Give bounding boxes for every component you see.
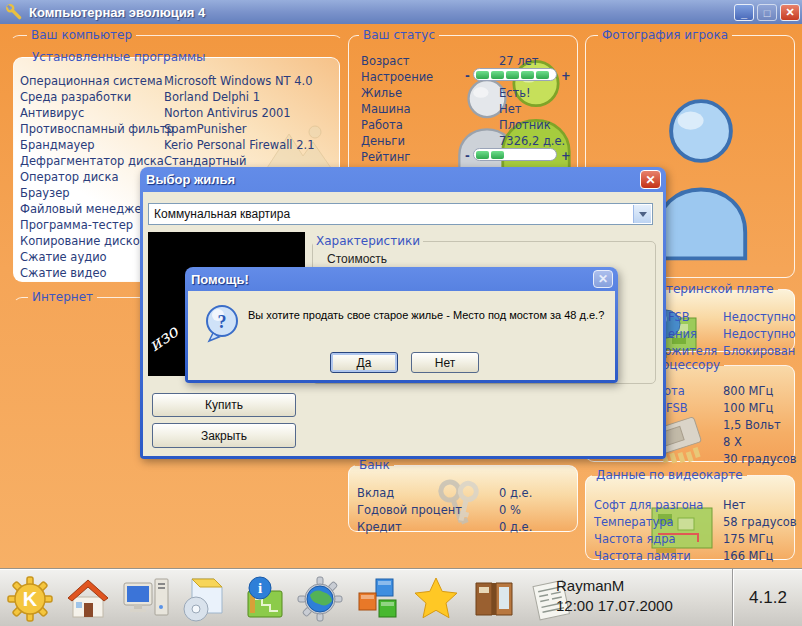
help-dialog: Помощь! ✕ ? Вы хотите продать свое старо… (185, 267, 618, 383)
help-message: Вы хотите продать свое старое жилье - Ме… (248, 309, 608, 321)
window-titlebar: Компьютерная эволюция 4 _ □ ✕ (0, 0, 802, 24)
organizer-icon[interactable] (470, 575, 518, 623)
app-window: Компьютерная эволюция 4 _ □ ✕ Ваш компью… (0, 0, 802, 626)
internet-globe-icon[interactable] (296, 575, 344, 623)
home-icon[interactable] (64, 575, 112, 623)
videocard-panel: Данные по видеокарте Софт для разгонаНет… (585, 468, 795, 560)
housing-combobox-value: Коммунальная квартира (154, 207, 290, 221)
housing-dialog-titlebar[interactable]: Выбор жилья (140, 167, 666, 192)
player-name: RaymanM (556, 576, 673, 596)
software-cd-icon[interactable] (180, 575, 228, 623)
close-housing-button[interactable]: Закрыть (152, 423, 296, 448)
svg-text:K: K (23, 588, 38, 610)
programs-group-label: Установленные программы (28, 50, 210, 64)
buy-button[interactable]: Купить (152, 393, 296, 417)
system-info-icon[interactable]: i (238, 575, 286, 623)
housing-dialog-close-icon[interactable]: ✕ (640, 170, 661, 189)
svg-text:?: ? (218, 312, 227, 332)
photo-group-label: Фотография игрока (598, 28, 732, 42)
chevron-down-icon (639, 212, 647, 217)
status-group-label: Ваш статус (359, 28, 439, 42)
spec-cost-label: Стоимость (327, 252, 387, 266)
maximize-button[interactable]: □ (757, 4, 777, 21)
no-button[interactable]: Нет (411, 352, 479, 373)
computer-group-label: Ваш компьютер (27, 28, 136, 42)
svg-text:i: i (258, 580, 262, 596)
processor-title: оцессору (658, 358, 724, 372)
favorites-star-icon[interactable] (412, 575, 460, 623)
housing-combobox[interactable]: Коммунальная квартира (148, 203, 653, 225)
version-box: 4.1.2 (732, 569, 802, 626)
game-datetime: 12:00 17.07.2000 (556, 596, 673, 616)
motherboard-title: теринской плате (662, 282, 778, 296)
help-dialog-titlebar[interactable]: Помощь! (185, 267, 618, 291)
taskbar: K (0, 568, 802, 626)
kde-gear-icon[interactable]: K (6, 575, 54, 623)
minimize-button[interactable]: _ (734, 4, 754, 21)
help-dialog-close-icon: ✕ (593, 270, 613, 288)
question-icon: ? (202, 303, 242, 343)
yes-button[interactable]: Да (330, 352, 398, 373)
taskbar-user-block: RaymanM 12:00 17.07.2000 (556, 576, 673, 616)
housing-dialog-title: Выбор жилья (146, 172, 235, 187)
version-label: 4.1.2 (749, 588, 787, 608)
image-placeholder-text: изо (148, 321, 182, 355)
internet-group-label: Интернет (28, 290, 97, 304)
rating-bar (473, 148, 557, 161)
help-dialog-title: Помощь! (191, 272, 249, 287)
combobox-dropdown-button[interactable] (633, 205, 651, 223)
wrench-icon (6, 4, 23, 21)
bar-minus-label: - (465, 149, 470, 163)
bank-panel: Банк Вклад0 д.е. Годовой процент0 % Кред… (348, 458, 578, 532)
cubes-icon[interactable] (354, 575, 402, 623)
bar-minus-label: - (465, 69, 470, 83)
specs-group-label: Характеристики (313, 234, 423, 248)
videocard-title: Данные по видеокарте (592, 468, 747, 482)
close-button[interactable]: ✕ (780, 4, 800, 21)
my-computer-icon[interactable] (122, 575, 170, 623)
bank-title: Банк (355, 458, 394, 472)
window-title: Компьютерная эволюция 4 (29, 5, 205, 20)
help-dialog-body: ? Вы хотите продать свое старое жилье - … (188, 291, 615, 380)
bar-plus-label: + (561, 149, 571, 163)
bar-plus-label: + (561, 69, 571, 83)
mood-bar (473, 68, 557, 81)
